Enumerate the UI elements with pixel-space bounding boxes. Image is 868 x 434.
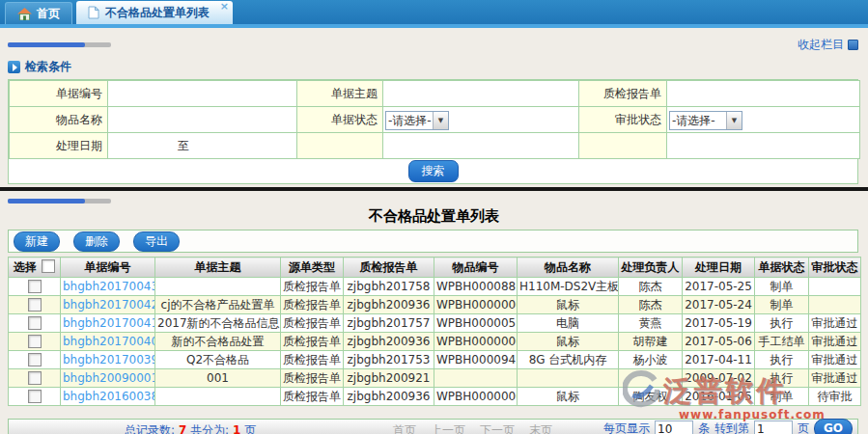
per-page-label: 每页显示 bbox=[603, 420, 650, 434]
row-checkbox[interactable] bbox=[28, 353, 42, 366]
table-cell: 2017-04-11 bbox=[683, 351, 755, 369]
table-cell: 审批通过 bbox=[809, 333, 861, 351]
table-row: bhgbh20160038质检报告单zjbgbh200936WPBH000000… bbox=[9, 388, 861, 406]
table-cell: 审批通过 bbox=[809, 351, 861, 369]
process-date-from-input[interactable] bbox=[108, 134, 178, 157]
row-checkbox[interactable] bbox=[28, 280, 42, 293]
doc-no-link[interactable]: bhgbh20170043 bbox=[63, 280, 155, 293]
per-page-input[interactable] bbox=[655, 420, 693, 434]
doc-no-link[interactable]: bhgbh20170041 bbox=[63, 316, 155, 330]
table-row: bhgbh20170040新的不合格品处置质检报告单zjbgbh200936WP… bbox=[9, 333, 861, 351]
doc-no-link[interactable]: bhgbh20170040 bbox=[63, 335, 155, 348]
doc-no-link[interactable]: bhgbh20160038 bbox=[63, 390, 155, 403]
approval-status-select[interactable]: -请选择- ▼ bbox=[669, 111, 742, 130]
doc-status-value: -请选择- bbox=[386, 113, 433, 129]
per-page-unit: 条 bbox=[698, 420, 710, 434]
tab-active[interactable]: 不合格品处置单列表 × bbox=[76, 1, 233, 24]
doc-no-label: 单据编号 bbox=[10, 81, 108, 107]
table-cell: WPBH000094 bbox=[434, 351, 518, 369]
select-all-checkbox[interactable] bbox=[42, 259, 55, 273]
doc-status-label: 单据状态 bbox=[297, 107, 383, 133]
collapse-columns-link[interactable]: 收起栏目 bbox=[798, 37, 858, 53]
page-title: 不合格品处置单列表 bbox=[0, 206, 868, 226]
table-cell bbox=[155, 388, 281, 406]
select-column-label: 选择 bbox=[14, 260, 37, 274]
column-header: 审批状态 bbox=[809, 258, 861, 278]
go-button[interactable]: GO bbox=[814, 419, 853, 434]
search-form: 单据编号 单据主题 质检报告单 物品名称 单据状态 -请选择- ▼ 审批状态 bbox=[9, 80, 860, 159]
item-name-input[interactable] bbox=[108, 109, 296, 130]
next-page-link[interactable]: 下一页 bbox=[480, 422, 515, 434]
empty-input-cell bbox=[383, 133, 579, 159]
export-button[interactable]: 导出 bbox=[133, 231, 180, 252]
doc-subject-input[interactable] bbox=[383, 83, 578, 104]
table-cell: 鼠标 bbox=[518, 296, 619, 314]
row-checkbox[interactable] bbox=[28, 335, 42, 348]
table-cell: 新的不合格品处置 bbox=[155, 333, 281, 351]
table-cell: 8G 台式机内存 bbox=[518, 351, 619, 369]
table-cell: 2017-05-24 bbox=[683, 296, 755, 314]
column-header: 物品编号 bbox=[434, 258, 518, 278]
home-icon bbox=[17, 8, 32, 20]
table-cell: WPBH00000001 bbox=[434, 296, 518, 314]
doc-no-link[interactable]: bhgbh20170042 bbox=[63, 298, 155, 312]
goto-page-label: 转到第 bbox=[714, 420, 749, 434]
goto-page-unit: 页 bbox=[798, 420, 809, 434]
table-cell: WPBH00000001 bbox=[434, 388, 518, 406]
tab-active-label: 不合格品处置单列表 bbox=[105, 5, 210, 21]
table-cell: 杨小波 bbox=[619, 351, 683, 369]
column-header: 处理负责人 bbox=[619, 258, 683, 278]
column-header: 单据主题 bbox=[155, 258, 281, 278]
table-cell: 质检报告单 bbox=[281, 369, 344, 388]
section-divider bbox=[0, 187, 868, 191]
table-header-row: 选择单据编号单据主题源单类型质检报告单物品编号物品名称处理负责人处理日期单据状态… bbox=[9, 258, 861, 278]
close-icon[interactable]: × bbox=[220, 1, 229, 12]
row-checkbox[interactable] bbox=[28, 298, 42, 312]
row-checkbox[interactable] bbox=[28, 316, 42, 330]
prev-page-link[interactable]: 上一页 bbox=[431, 422, 465, 434]
table-cell: zjbgbh200921 bbox=[344, 369, 434, 388]
column-header: 物品名称 bbox=[518, 258, 619, 278]
tab-home[interactable]: 首页 bbox=[5, 2, 72, 24]
new-button[interactable]: 新建 bbox=[14, 231, 60, 252]
first-page-link[interactable]: 首页 bbox=[393, 422, 416, 434]
progress-bar bbox=[8, 42, 111, 47]
doc-no-input[interactable] bbox=[108, 83, 296, 104]
table-cell: zjbgbh201758 bbox=[344, 278, 434, 296]
table-cell: 制单 bbox=[755, 278, 809, 296]
empty-input-cell bbox=[667, 133, 860, 159]
doc-no-link[interactable]: bhgbh20090001 bbox=[63, 371, 155, 385]
delete-button[interactable]: 删除 bbox=[73, 231, 120, 252]
qc-report-input[interactable] bbox=[667, 83, 859, 104]
row-checkbox[interactable] bbox=[28, 371, 42, 385]
pages-label: 共分为: bbox=[190, 423, 229, 434]
table-cell: zjbgbh200936 bbox=[344, 333, 434, 351]
total-records-label: 总记录数: bbox=[125, 423, 175, 434]
table-row: bhgbh20170039Q2不合格品质检报告单zjbgbh201753WPBH… bbox=[9, 351, 861, 369]
row-checkbox[interactable] bbox=[28, 390, 42, 403]
table-cell bbox=[809, 278, 861, 296]
table-cell: zjbgbh201753 bbox=[344, 351, 434, 369]
process-date-to-input[interactable] bbox=[189, 134, 338, 157]
collapse-columns-label: 收起栏目 bbox=[798, 37, 844, 53]
table-cell bbox=[809, 296, 861, 314]
empty-label-cell bbox=[579, 133, 667, 159]
column-header: 处理日期 bbox=[683, 258, 755, 278]
table-cell: 胡帮建 bbox=[619, 333, 683, 351]
progress-bar-2 bbox=[8, 199, 111, 203]
search-button[interactable]: 搜索 bbox=[408, 160, 459, 182]
doc-no-link[interactable]: bhgbh20170039 bbox=[63, 353, 155, 366]
goto-page-input[interactable] bbox=[754, 420, 793, 434]
doc-status-select[interactable]: -请选择- ▼ bbox=[385, 111, 449, 130]
table-cell: 质检报告单 bbox=[281, 351, 344, 369]
table-cell: WPBH000005 bbox=[434, 314, 518, 333]
last-page-link[interactable]: 末页 bbox=[529, 422, 552, 434]
table-cell bbox=[155, 278, 281, 296]
expand-arrow-icon bbox=[8, 61, 20, 73]
search-panel: 单据编号 单据主题 质检报告单 物品名称 单据状态 -请选择- ▼ 审批状态 bbox=[8, 79, 858, 184]
table-cell: 陶友权 bbox=[619, 388, 683, 406]
search-criteria-header[interactable]: 检索条件 bbox=[8, 59, 860, 75]
table-row: bhgbh20170042cj的不合格产品处置单质检报告单zjbgbh20093… bbox=[9, 296, 861, 314]
process-date-label: 处理日期 bbox=[10, 133, 108, 159]
column-header: 单据状态 bbox=[755, 258, 809, 278]
